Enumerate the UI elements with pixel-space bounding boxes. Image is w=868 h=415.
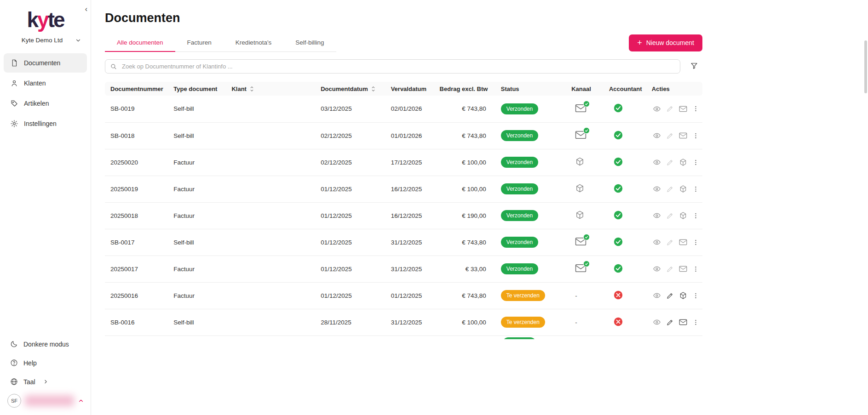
cell-acties <box>648 176 702 202</box>
tab-facturen[interactable]: Facturen <box>175 34 224 51</box>
view-button[interactable] <box>652 104 662 114</box>
col-klant[interactable]: Klant <box>228 82 317 96</box>
dark-mode-toggle[interactable]: Donkere modus <box>4 335 87 353</box>
sidebar-item-label: Klanten <box>24 80 46 87</box>
peppol-network-icon <box>575 183 585 193</box>
send-mail-button[interactable] <box>678 131 688 140</box>
more-actions-button[interactable] <box>691 318 700 327</box>
tab-self-billing[interactable]: Self-billing <box>283 34 336 51</box>
approved-check-icon <box>614 131 623 140</box>
col-documentdatum[interactable]: Documentdatum <box>317 82 387 96</box>
more-actions-button[interactable] <box>691 211 700 221</box>
table-header: Documentnummer Type document Klant Docum… <box>105 82 702 96</box>
language-selector[interactable]: Taal <box>4 373 87 391</box>
filter-icon <box>690 62 698 71</box>
edit-button[interactable] <box>665 264 675 274</box>
edit-button[interactable] <box>665 211 675 221</box>
view-button[interactable] <box>652 264 662 274</box>
cell-acties <box>648 282 702 309</box>
more-actions-button[interactable] <box>691 131 700 141</box>
sidebar-collapse-button[interactable]: ‹ <box>83 5 89 14</box>
view-button[interactable] <box>652 157 662 167</box>
avatar: SF <box>7 394 21 408</box>
cell-type-document: Factuur <box>170 282 228 309</box>
cell-documentdatum: 02/12/2025 <box>317 149 387 176</box>
table-row[interactable]: 20250019 Factuur 01/12/2025 16/12/2025 €… <box>105 176 702 202</box>
tab-kredietnotas[interactable]: Kredietnota's <box>224 34 283 51</box>
table-row[interactable]: 20250017 Factuur 01/12/2025 31/12/2025 €… <box>105 256 702 282</box>
cell-status: Verzonden <box>497 122 568 149</box>
view-button[interactable] <box>652 317 662 327</box>
edit-button[interactable] <box>665 104 675 114</box>
edit-button[interactable] <box>665 318 675 327</box>
send-peppol-button[interactable] <box>678 157 688 167</box>
cell-kanaal: - <box>568 309 605 335</box>
view-button[interactable] <box>652 131 662 141</box>
cell-acties <box>648 309 702 335</box>
more-actions-button[interactable] <box>691 291 700 301</box>
table-row[interactable]: 20250016 Factuur 01/12/2025 01/12/2025 €… <box>105 282 702 309</box>
cell-documentnummer: 20250019 <box>105 176 170 202</box>
send-mail-button[interactable] <box>678 104 688 114</box>
sidebar-item-artikelen[interactable]: Artikelen <box>4 94 87 113</box>
send-mail-button[interactable] <box>678 264 688 273</box>
cell-klant <box>228 122 317 149</box>
edit-button[interactable] <box>665 158 675 167</box>
cell-accountant <box>605 309 648 335</box>
send-peppol-button[interactable] <box>678 210 688 221</box>
more-actions-button[interactable] <box>691 158 700 167</box>
more-actions-button[interactable] <box>691 238 700 247</box>
new-document-button[interactable]: + Nieuw document <box>629 34 702 51</box>
table-row[interactable]: SB-0016 Self-bill 28/11/2025 31/12/2025 … <box>105 309 702 335</box>
help-button[interactable]: Help <box>4 354 87 372</box>
cell-accountant <box>605 256 648 282</box>
table-row[interactable]: 20250018 Factuur 01/12/2025 16/12/2025 €… <box>105 202 702 229</box>
table-row[interactable]: 20250020 Factuur 02/12/2025 17/12/2025 €… <box>105 149 702 176</box>
cell-vervaldatum: 31/12/2025 <box>387 309 436 335</box>
status-badge: Verzonden <box>501 103 538 114</box>
edit-button[interactable] <box>665 238 675 247</box>
company-selector[interactable]: Kyte Demo Ltd <box>0 37 91 44</box>
send-peppol-button[interactable] <box>678 290 688 301</box>
filter-button[interactable] <box>686 59 702 74</box>
sidebar-item-instellingen[interactable]: Instellingen <box>4 114 87 133</box>
sort-icon[interactable] <box>371 86 376 92</box>
cell-acties <box>648 96 702 122</box>
scrollbar-thumb[interactable] <box>864 40 867 93</box>
more-actions-button[interactable] <box>691 104 700 114</box>
cell-acties <box>648 229 702 256</box>
col-documentnummer: Documentnummer <box>105 82 170 96</box>
approved-check-icon <box>614 264 623 273</box>
col-bedrag: Bedrag excl. Btw <box>436 82 497 96</box>
cell-documentnummer: SB-0019 <box>105 96 170 122</box>
sort-icon[interactable] <box>249 86 254 92</box>
search-box <box>105 59 680 74</box>
cell-klant <box>228 176 317 202</box>
user-profile[interactable]: SF <box>0 391 91 415</box>
table-row[interactable]: SB-0018 Self-bill 02/12/2025 01/01/2026 … <box>105 122 702 149</box>
cell-type-document: Factuur <box>170 202 228 229</box>
status-badge: Verzonden <box>501 263 538 274</box>
more-actions-button[interactable] <box>691 264 700 274</box>
sidebar-item-klanten[interactable]: Klanten <box>4 74 87 93</box>
view-button[interactable] <box>652 210 662 221</box>
more-actions-button[interactable] <box>691 184 700 194</box>
sidebar-item-documenten[interactable]: Documenten <box>4 53 87 73</box>
edit-button[interactable] <box>665 291 675 301</box>
cell-klant <box>228 282 317 309</box>
edit-button[interactable] <box>665 184 675 194</box>
table-row[interactable]: SB-0019 Self-bill 03/12/2025 02/01/2026 … <box>105 96 702 122</box>
tab-alle-documenten[interactable]: Alle documenten <box>105 34 175 51</box>
send-mail-button[interactable] <box>678 238 688 247</box>
footer-item-label: Help <box>23 359 37 367</box>
edit-button[interactable] <box>665 131 675 141</box>
cell-documentdatum: 28/11/2025 <box>317 309 387 335</box>
document-tabs: Alle documenten Facturen Kredietnota's S… <box>105 34 336 52</box>
view-button[interactable] <box>652 290 662 301</box>
send-peppol-button[interactable] <box>678 184 688 194</box>
send-mail-button[interactable] <box>678 318 688 327</box>
view-button[interactable] <box>652 237 662 247</box>
search-input[interactable] <box>121 63 675 70</box>
table-row[interactable]: SB-0017 Self-bill 01/12/2025 31/12/2025 … <box>105 229 702 256</box>
view-button[interactable] <box>652 184 662 194</box>
